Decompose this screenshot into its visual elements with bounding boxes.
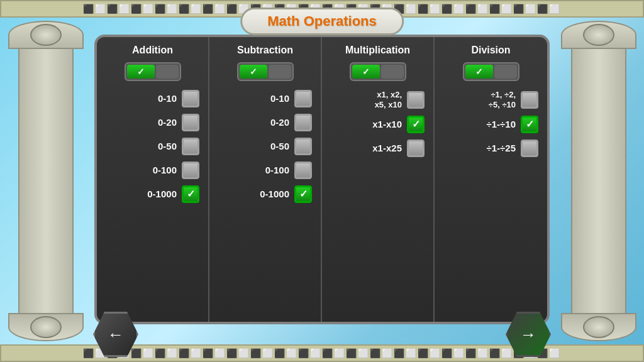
checkbox-subtraction-0[interactable] xyxy=(294,90,312,107)
op-header-division: Division xyxy=(471,45,510,56)
checkbox-subtraction-4[interactable]: ✓ xyxy=(294,185,312,203)
range-label-subtraction-4: 0-1000 xyxy=(218,189,294,200)
left-column xyxy=(0,18,91,344)
checkbox-addition-2[interactable] xyxy=(182,138,199,155)
range-label-division-1: ÷1-÷10 xyxy=(443,119,521,130)
range-row-subtraction-3: 0-100 xyxy=(216,162,314,179)
range-label-multiplication-2: x1-x25 xyxy=(331,143,407,154)
main-panel: Addition✓0-100-200-500-1000-1000✓Subtrac… xyxy=(94,35,550,324)
toggle-addition[interactable]: ✓ xyxy=(125,62,181,81)
bottom-border: ⬛⬜⬛⬜⬛⬜⬛⬜⬛⬜⬛⬜⬛⬜⬛⬜⬛⬜⬛⬜⬛⬜⬛⬜⬛⬜⬛⬜⬛⬜⬛⬜⬛⬜⬛⬜⬛⬜⬛⬜ xyxy=(0,344,644,362)
range-label-division-2: ÷1-÷25 xyxy=(443,143,521,154)
checkbox-subtraction-1[interactable] xyxy=(294,114,312,131)
page-title: Math Operations xyxy=(267,13,377,29)
checkbox-addition-3[interactable] xyxy=(182,162,199,179)
checkbox-subtraction-2[interactable] xyxy=(294,138,312,155)
range-row-addition-0: 0-10 xyxy=(103,90,202,107)
title-bar: Math Operations xyxy=(240,8,404,35)
range-label-addition-2: 0-50 xyxy=(106,141,182,152)
range-row-division-2: ÷1-÷25 xyxy=(441,140,541,157)
back-arrow-icon: ← xyxy=(108,325,124,344)
right-column xyxy=(553,18,644,344)
op-header-multiplication: Multiplication xyxy=(345,45,410,56)
op-header-subtraction: Subtraction xyxy=(237,45,293,56)
range-label-addition-3: 0-100 xyxy=(106,165,182,176)
checkbox-subtraction-3[interactable] xyxy=(294,162,312,179)
range-label-subtraction-1: 0-20 xyxy=(218,117,294,128)
range-row-subtraction-1: 0-20 xyxy=(216,114,314,131)
range-label-addition-4: 0-1000 xyxy=(106,189,182,200)
forward-arrow-icon: → xyxy=(520,325,536,344)
range-row-multiplication-1: x1-x10✓ xyxy=(328,116,427,133)
range-label-division-0: ÷1, ÷2, ÷5, ÷10 xyxy=(443,90,521,109)
checkbox-division-2[interactable] xyxy=(521,140,538,157)
range-row-addition-3: 0-100 xyxy=(103,162,202,179)
toggle-division[interactable]: ✓ xyxy=(463,62,519,81)
range-row-addition-4: 0-1000✓ xyxy=(103,185,202,203)
range-row-multiplication-0: x1, x2, x5, x10 xyxy=(328,90,427,109)
checkbox-multiplication-2[interactable] xyxy=(407,140,425,157)
range-row-subtraction-0: 0-10 xyxy=(216,90,314,107)
checkbox-addition-0[interactable] xyxy=(182,90,199,107)
range-row-subtraction-4: 0-1000✓ xyxy=(216,185,314,203)
checkbox-division-1[interactable]: ✓ xyxy=(521,116,538,133)
range-row-multiplication-2: x1-x25 xyxy=(328,140,427,157)
op-column-division: Division✓÷1, ÷2, ÷5, ÷10÷1-÷10✓÷1-÷25 xyxy=(435,37,547,322)
range-label-addition-0: 0-10 xyxy=(106,93,182,104)
range-row-addition-1: 0-20 xyxy=(103,114,202,131)
range-label-addition-1: 0-20 xyxy=(106,117,182,128)
checkbox-addition-4[interactable]: ✓ xyxy=(182,185,199,203)
range-label-multiplication-0: x1, x2, x5, x10 xyxy=(331,90,407,109)
checkbox-multiplication-0[interactable] xyxy=(407,91,425,109)
op-column-multiplication: Multiplication✓x1, x2, x5, x10x1-x10✓x1-… xyxy=(322,37,435,322)
range-row-addition-2: 0-50 xyxy=(103,138,202,155)
range-row-division-1: ÷1-÷10✓ xyxy=(441,116,541,133)
range-label-subtraction-3: 0-100 xyxy=(218,165,294,176)
range-label-multiplication-1: x1-x10 xyxy=(331,119,407,130)
range-label-subtraction-2: 0-50 xyxy=(218,141,294,152)
op-column-addition: Addition✓0-100-200-500-1000-1000✓ xyxy=(97,37,209,322)
checkbox-multiplication-1[interactable]: ✓ xyxy=(407,116,425,133)
range-row-division-0: ÷1, ÷2, ÷5, ÷10 xyxy=(441,90,541,109)
toggle-subtraction[interactable]: ✓ xyxy=(237,62,294,81)
checkbox-division-0[interactable] xyxy=(521,91,538,109)
op-column-subtraction: Subtraction✓0-100-200-500-1000-1000✓ xyxy=(209,37,322,322)
checkbox-addition-1[interactable] xyxy=(182,114,199,131)
toggle-multiplication[interactable]: ✓ xyxy=(350,62,406,81)
range-row-subtraction-2: 0-50 xyxy=(216,138,314,155)
op-header-addition: Addition xyxy=(132,45,173,56)
range-label-subtraction-0: 0-10 xyxy=(218,93,294,104)
